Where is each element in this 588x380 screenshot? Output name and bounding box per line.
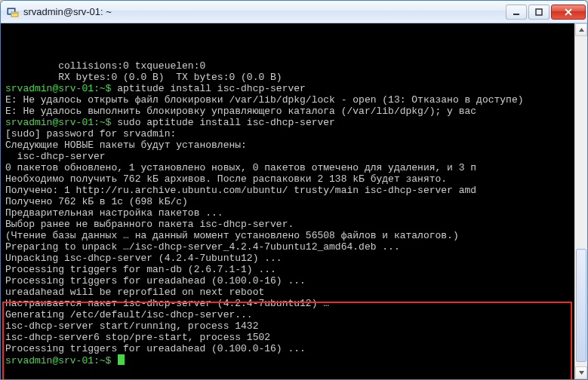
terminal-output[interactable]: collisions:0 txqueuelen:0 RX bytes:0 (0.…: [1, 23, 574, 379]
scrollbar-thumb[interactable]: [576, 249, 586, 362]
terminal-line: Получено 762 kБ в 1с (698 kБ/c): [5, 196, 570, 207]
window-title: srvadmin@srv-01: ~: [23, 6, 504, 17]
terminal-line: Получено: 1 http://ru.archive.ubuntu.com…: [5, 185, 570, 196]
client-area: collisions:0 txqueuelen:0 RX bytes:0 (0.…: [1, 23, 587, 379]
app-window: srvadmin@srv-01: ~ collisions:0 txqueuel…: [0, 0, 588, 380]
vertical-scrollbar[interactable]: [574, 23, 587, 379]
terminal-line: Следующие НОВЫЕ пакеты будут установлены…: [5, 139, 570, 151]
terminal-line: Необходимо получить 762 kБ архивов. Посл…: [5, 173, 570, 185]
prompt-line: srvadmin@srv-01:~$ sudo aptitude install…: [5, 117, 570, 128]
minimize-button[interactable]: [506, 5, 527, 20]
terminal-line: [sudo] password for srvadmin:: [5, 128, 570, 139]
terminal-line: 0 пакетов обновлено, 1 установлено новых…: [5, 162, 570, 173]
terminal-line: Предварительная настройка пакетов ...: [5, 207, 570, 219]
maximize-button[interactable]: [528, 5, 550, 20]
command-text: aptitude install isc-dhcp-server: [117, 83, 306, 94]
terminal-line: (Чтение базы данных … на данный момент у…: [5, 230, 570, 241]
prompt-line: srvadmin@srv-01:~$ aptitude install isc-…: [5, 83, 570, 94]
putty-icon: [7, 6, 19, 18]
svg-rect-4: [513, 14, 519, 15]
prompt-line[interactable]: srvadmin@srv-01:~$: [5, 354, 570, 366]
close-button[interactable]: [551, 5, 586, 20]
terminal-line: ureadahead will be reprofiled on next re…: [5, 287, 570, 298]
terminal-line: Processing triggers for ureadahead (0.10…: [5, 343, 570, 354]
command-text: sudo aptitude install isc-dhcp-server: [117, 117, 335, 128]
terminal-line: Настраивается пакет isc-dhcp-server (4.2…: [5, 298, 570, 309]
shell-prompt: srvadmin@srv-01:~$: [5, 117, 117, 128]
terminal-line: Unpacking isc-dhcp-server (4.2.4-7ubuntu…: [5, 253, 570, 264]
terminal-line: Preparing to unpack …/isc-dhcp-server_4.…: [5, 241, 570, 253]
terminal-line: E: Не удалось выполнить блокировку управ…: [5, 106, 570, 117]
terminal-line: isc-dhcp-server6 stop/pre-start, process…: [5, 332, 570, 343]
svg-rect-5: [536, 9, 542, 15]
terminal-line: collisions:0 txqueuelen:0: [5, 60, 570, 72]
scroll-up-button[interactable]: [575, 23, 587, 36]
shell-prompt: srvadmin@srv-01:~$: [5, 355, 117, 366]
terminal-line: isc-dhcp-server: [5, 151, 570, 162]
terminal-line: Generating /etc/default/isc-dhcp-server.…: [5, 309, 570, 320]
terminal-line: Processing triggers for ureadahead (0.10…: [5, 275, 570, 287]
titlebar[interactable]: srvadmin@srv-01: ~: [1, 1, 587, 23]
terminal-line: Processing triggers for man-db (2.6.7.1-…: [5, 264, 570, 275]
terminal-line: Выбор ранее не выбранного пакета isc-dhc…: [5, 219, 570, 230]
terminal-line: E: Не удалось открыть файл блокировки /v…: [5, 94, 570, 106]
scrollbar-track[interactable]: [575, 36, 587, 366]
shell-prompt: srvadmin@srv-01:~$: [5, 83, 117, 94]
svg-rect-2: [11, 12, 18, 17]
terminal-line: RX bytes:0 (0.0 B) TX bytes:0 (0.0 B): [5, 72, 570, 83]
scroll-down-button[interactable]: [575, 366, 587, 379]
cursor: [118, 354, 125, 365]
window-controls: [504, 5, 586, 20]
terminal-line: isc-dhcp-server start/running, process 1…: [5, 320, 570, 332]
